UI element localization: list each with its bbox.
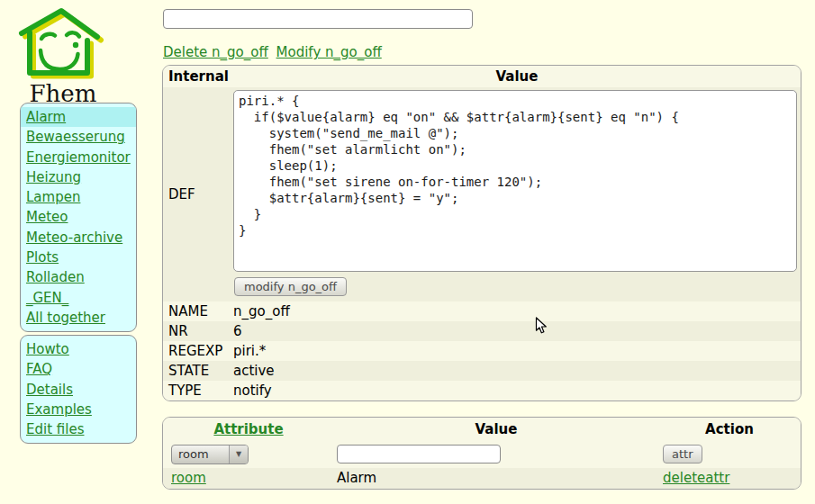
internal-key: REGEXP bbox=[163, 341, 233, 361]
attribute-name-link[interactable]: room bbox=[171, 470, 206, 486]
sidebar-item-all-together[interactable]: All together bbox=[21, 308, 136, 328]
internal-value: piri.* bbox=[233, 341, 801, 361]
internal-row-name: NAME n_go_off bbox=[163, 302, 801, 321]
deleteattr-link[interactable]: deleteattr bbox=[663, 470, 729, 486]
internal-value: n_go_off bbox=[233, 302, 801, 321]
modify-def-button[interactable]: modify n_go_off bbox=[234, 277, 347, 296]
sidebar-item-heizung[interactable]: Heizung bbox=[21, 167, 136, 187]
sidebar-item-gen[interactable]: _GEN_ bbox=[21, 288, 136, 308]
smile-dot bbox=[73, 42, 78, 48]
attribute-select-value: room bbox=[172, 447, 229, 461]
mouse-cursor bbox=[535, 317, 548, 338]
attributes-header-row: Attribute Value Action bbox=[163, 418, 801, 440]
modify-device-link[interactable]: Modify n_go_off bbox=[276, 44, 382, 60]
room-menu: Alarm Bewaesserung Energiemonitor Heizun… bbox=[20, 103, 137, 332]
fhem-house-icon bbox=[16, 4, 106, 80]
attribute-value-input[interactable] bbox=[337, 445, 501, 464]
internal-key: TYPE bbox=[163, 381, 233, 400]
def-code-textarea[interactable]: piri.* { if($value{alarm} eq "on" && $at… bbox=[233, 90, 797, 272]
fhem-logo[interactable]: Fhem bbox=[16, 4, 110, 107]
internals-header-row: Internal Value bbox=[163, 66, 801, 87]
action-column-header: Action bbox=[658, 421, 801, 437]
internal-column-header: Internal bbox=[163, 68, 233, 85]
def-row: DEF piri.* { if($value{alarm} eq "on" &&… bbox=[163, 87, 801, 302]
attribute-select[interactable]: room ▼ bbox=[171, 445, 249, 464]
internal-key: NR bbox=[163, 321, 233, 341]
internal-row-state: STATE active bbox=[163, 361, 801, 381]
sidebar-item-examples[interactable]: Examples bbox=[21, 400, 136, 419]
value-column-header: Value bbox=[334, 421, 658, 437]
internals-table: Internal Value DEF piri.* { if($value{al… bbox=[162, 65, 801, 401]
delete-device-link[interactable]: Delete n_go_off bbox=[163, 44, 268, 60]
sidebar-item-energiemonitor[interactable]: Energiemonitor bbox=[21, 148, 136, 167]
attribute-controls-row: room ▼ attr bbox=[163, 440, 801, 468]
attributes-table: Attribute Value Action room ▼ attr room … bbox=[162, 417, 801, 490]
internal-key: STATE bbox=[163, 361, 233, 381]
command-input[interactable] bbox=[163, 9, 473, 29]
sidebar-item-faq[interactable]: FAQ bbox=[21, 359, 136, 379]
sidebar-item-howto[interactable]: Howto bbox=[21, 339, 136, 359]
sidebar-item-meteo[interactable]: Meteo bbox=[21, 207, 136, 227]
internal-row-nr: NR 6 bbox=[163, 321, 801, 341]
attribute-row-room: room Alarm deleteattr bbox=[163, 468, 801, 489]
help-menu: Howto FAQ Details Examples Edit files bbox=[20, 335, 137, 444]
sidebar-item-details[interactable]: Details bbox=[21, 380, 136, 400]
device-action-links: Delete n_go_off Modify n_go_off bbox=[163, 44, 385, 60]
value-column-header: Value bbox=[233, 68, 801, 85]
chevron-down-icon: ▼ bbox=[229, 446, 248, 464]
attribute-column-header-link[interactable]: Attribute bbox=[213, 421, 283, 437]
internal-value: notify bbox=[233, 381, 801, 400]
sidebar-item-lampen[interactable]: Lampen bbox=[21, 187, 136, 207]
internal-row-type: TYPE notify bbox=[163, 381, 801, 400]
internal-key: NAME bbox=[163, 302, 233, 321]
sidebar-item-alarm[interactable]: Alarm bbox=[21, 107, 136, 127]
internal-value: 6 bbox=[233, 321, 801, 341]
sidebar-item-bewaesserung[interactable]: Bewaesserung bbox=[21, 127, 136, 147]
internal-row-regexp: REGEXP piri.* bbox=[163, 341, 801, 361]
internal-value: active bbox=[233, 361, 801, 381]
attr-button[interactable]: attr bbox=[663, 445, 702, 464]
sidebar-item-rolladen[interactable]: Rolladen bbox=[21, 267, 136, 287]
attribute-value: Alarm bbox=[334, 468, 658, 489]
def-label: DEF bbox=[163, 87, 233, 302]
sidebar-item-meteo-archive[interactable]: Meteo-archive bbox=[21, 228, 136, 248]
sidebar-item-plots[interactable]: Plots bbox=[21, 248, 136, 267]
sidebar-item-edit-files[interactable]: Edit files bbox=[21, 419, 136, 439]
